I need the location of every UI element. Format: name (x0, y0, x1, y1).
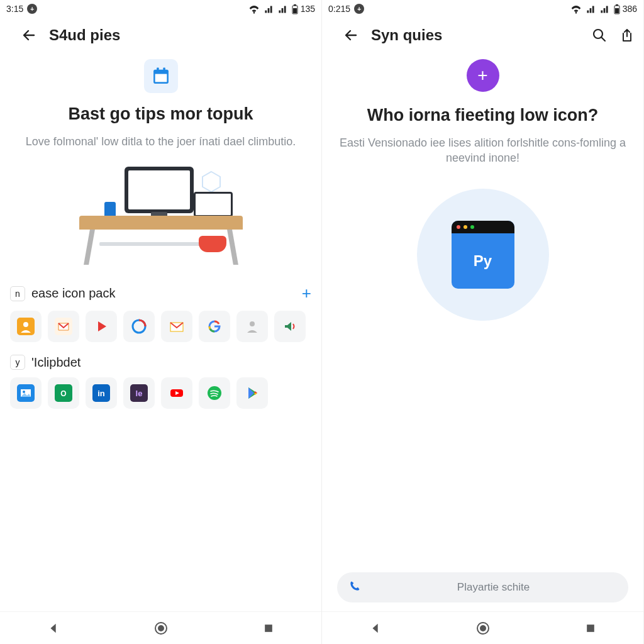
status-dot-icon: + (27, 4, 37, 14)
search-placeholder: Playartie schite (370, 581, 617, 594)
svg-rect-34 (587, 625, 594, 632)
back-button[interactable] (21, 28, 36, 43)
page-title: Syn quies (371, 26, 442, 44)
hero: + Who iorna fieeting low icon? Easti Ven… (322, 53, 643, 321)
svg-text:Ie: Ie (136, 389, 143, 398)
signal-icon (584, 4, 595, 14)
svg-rect-30 (615, 8, 619, 13)
tile-gmail-icon[interactable] (161, 311, 192, 342)
status-bar: 3:15 + 135 (0, 0, 321, 18)
page-title: S4ud pies (49, 26, 120, 44)
nav-back-button[interactable] (47, 621, 60, 635)
calendar-icon (144, 59, 178, 93)
hero-title: Bast go tips mor topuk (68, 104, 253, 124)
hero-subtitle: Love folmonal' low ditla to the joer ína… (26, 134, 296, 149)
status-bar: 0:215 + 386 (322, 0, 643, 18)
svg-point-26 (158, 625, 164, 631)
svg-point-13 (250, 321, 255, 326)
section-clip: y 'Iclipbdet O in Ie (0, 345, 321, 411)
desk-illustration (73, 167, 249, 274)
signal-icon (262, 4, 273, 14)
signal-2-icon (597, 4, 609, 14)
battery-icon (289, 3, 298, 14)
battery-icon (611, 3, 620, 14)
hero-title: Who iorna fieeting low icon? (367, 106, 598, 125)
tile-playstore-icon[interactable] (236, 377, 268, 409)
hero-illustration: Py (417, 189, 549, 321)
share-button[interactable] (619, 28, 635, 43)
tile-sheets-icon[interactable]: O (48, 377, 79, 409)
hero: Bast go tips mor topuk Love folmonal' lo… (0, 53, 321, 149)
nav-recent-button[interactable] (584, 622, 597, 635)
tile-adobe-icon[interactable]: Ie (123, 377, 155, 409)
svg-text:O: O (60, 389, 66, 398)
app-bar: S4ud pies (0, 18, 321, 53)
screen-left: 3:15 + 135 S4ud pies Bast go tips mor to… (0, 0, 322, 644)
app-card-label: Py (452, 233, 514, 289)
signal-2-icon (275, 4, 287, 14)
status-time: 3:15 (6, 4, 23, 14)
svg-rect-5 (157, 67, 158, 72)
add-button[interactable]: + (302, 284, 311, 303)
plus-icon: + (477, 65, 487, 86)
tile-play-icon[interactable] (86, 311, 117, 342)
section-ease: n ease icon pack + (0, 274, 321, 345)
app-bar: Syn quies (322, 18, 643, 53)
section-label: ease icon pack (31, 286, 115, 301)
section-label: 'Iclipbdet (31, 355, 80, 370)
tile-spotify-icon[interactable] (199, 377, 230, 409)
svg-point-33 (480, 625, 486, 631)
add-fab[interactable]: + (467, 59, 499, 92)
svg-text:in: in (97, 389, 105, 398)
nav-home-button[interactable] (475, 621, 491, 636)
wifi-icon (569, 4, 581, 14)
nav-recent-button[interactable] (262, 622, 275, 635)
back-button[interactable] (343, 28, 358, 43)
nav-bar (322, 611, 643, 644)
status-battery-text: 386 (623, 4, 637, 14)
status-time: 0:215 (328, 4, 350, 14)
tile-image-icon[interactable] (10, 377, 42, 409)
tile-google-icon[interactable] (199, 311, 230, 342)
wifi-icon (247, 4, 259, 14)
svg-marker-7 (203, 172, 220, 192)
screen-right: 0:215 + 386 Syn quies + W (322, 0, 644, 644)
nav-back-button[interactable] (369, 621, 382, 635)
svg-rect-1 (294, 4, 296, 6)
phone-icon (348, 580, 361, 595)
status-battery-text: 135 (301, 4, 315, 14)
section-tag-icon: y (10, 355, 25, 370)
hero-subtitle: Easti Vensionado iee lises alition forls… (337, 135, 628, 166)
section-tag-icon: n (10, 286, 25, 301)
nav-bar (0, 611, 321, 644)
tile-contact-icon[interactable] (10, 311, 42, 342)
svg-rect-4 (155, 74, 167, 82)
status-dot-icon: + (354, 4, 364, 14)
search-input[interactable]: Playartie schite (337, 572, 628, 602)
tile-speaker-icon[interactable] (274, 311, 306, 342)
search-button[interactable] (592, 28, 607, 43)
tile-youtube-icon[interactable] (161, 377, 192, 409)
app-card-icon: Py (452, 221, 514, 289)
svg-point-9 (23, 322, 28, 327)
svg-rect-6 (163, 67, 165, 72)
tile-linkedin-icon[interactable]: in (86, 377, 117, 409)
tile-browser-icon[interactable] (123, 311, 155, 342)
tile-mail-icon[interactable] (48, 311, 79, 342)
svg-rect-27 (265, 625, 272, 632)
nav-home-button[interactable] (153, 621, 169, 636)
tile-person-icon[interactable] (236, 311, 268, 342)
svg-rect-2 (293, 8, 297, 13)
svg-point-16 (23, 391, 25, 393)
svg-rect-29 (616, 4, 618, 6)
